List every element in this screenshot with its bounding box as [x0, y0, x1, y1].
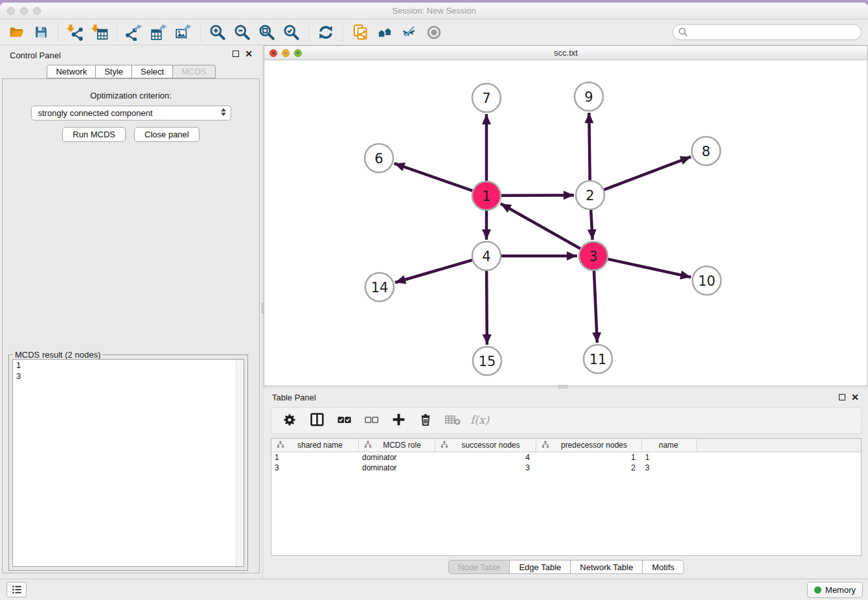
node-14[interactable]: 14 — [365, 273, 394, 301]
node-1[interactable]: 1 — [472, 181, 501, 210]
node-15[interactable]: 15 — [473, 347, 501, 375]
edge-1-2[interactable] — [501, 195, 574, 196]
node-6[interactable]: 6 — [365, 144, 393, 172]
add-row-icon — [391, 411, 407, 430]
tab-style[interactable]: Style — [95, 65, 132, 78]
node-8[interactable]: 8 — [692, 137, 720, 165]
node-10[interactable]: 10 — [692, 266, 721, 295]
edge-2-9[interactable] — [589, 113, 589, 181]
node-4[interactable]: 4 — [472, 242, 501, 270]
app-window: Session: New Session Control Panel ✕ Net… — [0, 3, 868, 600]
select-all-button[interactable] — [332, 410, 356, 432]
tab-network-table[interactable]: Network Table — [570, 560, 643, 574]
column-header-successor-nodes[interactable]: successor nodes — [435, 439, 536, 452]
hide-selected-button[interactable] — [397, 21, 422, 43]
cell-shared-name[interactable]: 3 — [271, 463, 359, 472]
edge-4-15[interactable] — [486, 270, 487, 345]
delete-row-button[interactable] — [414, 410, 437, 432]
close-panel-icon[interactable]: ✕ — [851, 393, 859, 401]
tab-select[interactable]: Select — [131, 65, 173, 78]
node-table: shared nameMCDS rolesuccessor nodesprede… — [271, 438, 862, 556]
export-network-button[interactable] — [122, 21, 146, 43]
node-7[interactable]: 7 — [472, 84, 501, 112]
cell-successor-nodes[interactable]: 3 — [435, 463, 536, 472]
tab-motifs[interactable]: Motifs — [642, 560, 684, 574]
edge-3-1[interactable] — [501, 203, 581, 249]
edge-1-6[interactable] — [394, 163, 474, 190]
mcds-panel: Optimization criterion: strongly connect… — [2, 78, 260, 573]
node-9[interactable]: 9 — [575, 82, 603, 111]
search-input[interactable] — [688, 26, 861, 39]
import-table-icon — [91, 24, 108, 41]
zoom-out-button[interactable] — [230, 21, 255, 43]
app-titlebar: Session: New Session — [0, 3, 868, 19]
zoom-in-icon — [209, 24, 226, 41]
edge-4-14[interactable] — [395, 260, 473, 283]
cell-predecessor-nodes[interactable]: 1 — [536, 453, 642, 462]
export-network-icon — [126, 24, 143, 41]
cell-name[interactable]: 1 — [642, 453, 697, 462]
network-canvas[interactable]: 7968124314101511 — [264, 60, 867, 386]
node-11[interactable]: 11 — [584, 345, 612, 373]
dropdown-stepper-icon — [221, 108, 226, 116]
node-label: 1 — [482, 189, 490, 204]
save-button[interactable] — [29, 21, 53, 43]
column-header-MCDS-role[interactable]: MCDS role — [359, 439, 435, 452]
close-panel-icon[interactable]: ✕ — [245, 50, 253, 58]
cell-shared-name[interactable]: 1 — [271, 453, 359, 462]
column-header-name[interactable]: name — [642, 439, 697, 452]
tab-edge-table[interactable]: Edge Table — [509, 560, 571, 574]
criterion-dropdown[interactable]: strongly connected component — [31, 106, 231, 121]
result-item[interactable]: 1 — [13, 360, 244, 371]
edge-3-10[interactable] — [607, 259, 691, 277]
columns-button[interactable] — [305, 410, 328, 432]
gear-button[interactable] — [278, 410, 301, 432]
tab-mcds[interactable]: MCDS — [172, 65, 215, 78]
task-history-button[interactable] — [6, 582, 27, 597]
close-panel-button[interactable]: Close panel — [134, 127, 200, 142]
deselect-all-button[interactable] — [360, 410, 383, 432]
tab-network[interactable]: Network — [47, 65, 96, 78]
result-scrollbar[interactable] — [236, 360, 244, 566]
refresh-button[interactable] — [314, 21, 338, 43]
cell-name[interactable]: 3 — [642, 463, 697, 472]
duplicate-network-icon — [352, 23, 369, 41]
table-row[interactable]: 3dominator323 — [271, 463, 861, 473]
node-2[interactable]: 2 — [576, 181, 604, 209]
import-table-button[interactable] — [87, 21, 112, 43]
node-3[interactable]: 3 — [579, 242, 608, 270]
table-row[interactable]: 1dominator411 — [271, 452, 861, 463]
edge-2-3[interactable] — [591, 209, 593, 240]
edge-3-11[interactable] — [594, 270, 597, 343]
zoom-in-button[interactable] — [205, 21, 230, 43]
cell-predecessor-nodes[interactable]: 2 — [536, 463, 642, 472]
cell-MCDS-role[interactable]: dominator — [359, 453, 435, 462]
zoom-fit-button[interactable] — [255, 21, 279, 43]
export-table-button[interactable] — [146, 21, 171, 43]
import-network-button[interactable] — [63, 21, 87, 43]
tab-node-table[interactable]: Node Table — [448, 560, 510, 574]
float-panel-icon[interactable] — [233, 51, 239, 57]
duplicate-network-button[interactable] — [348, 21, 372, 43]
first-neighbors-button[interactable] — [372, 21, 397, 43]
export-image-button[interactable] — [171, 21, 196, 43]
result-item[interactable]: 3 — [13, 371, 244, 382]
run-mcds-button[interactable]: Run MCDS — [62, 127, 126, 142]
show-all-button[interactable] — [422, 21, 446, 43]
cell-MCDS-role[interactable]: dominator — [359, 463, 435, 472]
memory-button[interactable]: Memory — [807, 582, 863, 598]
zoom-selected-button[interactable] — [279, 21, 304, 43]
column-header-shared-name[interactable]: shared name — [271, 439, 359, 452]
edge-2-8[interactable] — [604, 157, 691, 190]
toolbar-separator — [117, 22, 117, 43]
column-type-icon — [440, 441, 448, 450]
cell-successor-nodes[interactable]: 4 — [435, 453, 536, 462]
float-panel-icon[interactable] — [839, 394, 845, 400]
add-row-button[interactable] — [387, 410, 410, 432]
open-folder-button[interactable] — [4, 21, 29, 43]
column-header-predecessor-nodes[interactable]: predecessor nodes — [536, 439, 642, 452]
control-panel: Control Panel ✕ NetworkStyleSelectMCDS O… — [0, 45, 262, 579]
export-image-icon — [175, 24, 192, 41]
search-box[interactable] — [672, 24, 862, 40]
mcds-result-list[interactable]: 13 — [12, 359, 244, 567]
